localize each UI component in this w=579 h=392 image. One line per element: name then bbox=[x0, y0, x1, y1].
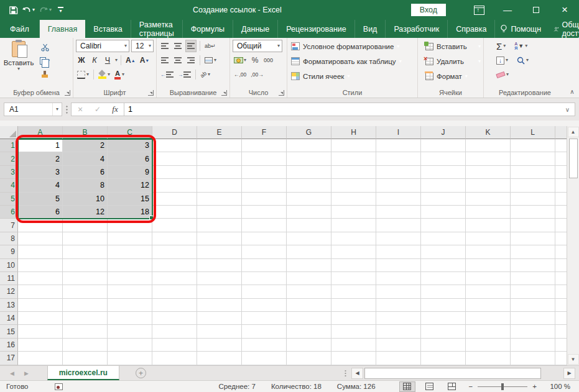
cell-D17[interactable] bbox=[152, 352, 197, 365]
decrease-decimal-button[interactable]: ,00→ bbox=[249, 68, 264, 81]
autosum-button[interactable]: Σ▾ bbox=[495, 40, 507, 52]
cell-C4[interactable]: 12 bbox=[108, 179, 152, 192]
font-dialog-launcher[interactable] bbox=[148, 90, 154, 96]
cell-H5[interactable] bbox=[331, 193, 376, 206]
cell-H1[interactable] bbox=[331, 139, 376, 152]
cell-J2[interactable] bbox=[421, 152, 466, 165]
cell-L11[interactable] bbox=[511, 272, 555, 285]
cell-J15[interactable] bbox=[421, 325, 466, 338]
page-break-view-button[interactable] bbox=[444, 381, 460, 392]
cell-D5[interactable] bbox=[152, 193, 197, 206]
cell-L16[interactable] bbox=[511, 339, 555, 352]
tab-6[interactable]: Рецензирование bbox=[278, 20, 355, 38]
fill-color-button[interactable]: ▾ bbox=[97, 68, 111, 81]
align-middle-button[interactable] bbox=[172, 40, 183, 52]
zoom-level[interactable]: 100 % bbox=[544, 383, 570, 390]
cell-H14[interactable] bbox=[331, 312, 376, 325]
font-size-combo[interactable]: 12▾ bbox=[131, 40, 154, 52]
cell-H9[interactable] bbox=[331, 245, 376, 258]
cell-E17[interactable] bbox=[197, 352, 242, 365]
column-header-D[interactable]: D bbox=[152, 126, 197, 139]
comma-style-button[interactable]: 000 bbox=[262, 54, 274, 66]
cell-B17[interactable] bbox=[63, 352, 108, 365]
cell-D2[interactable] bbox=[152, 152, 197, 165]
cell-H4[interactable] bbox=[331, 179, 376, 192]
tab-0[interactable]: Файл bbox=[0, 20, 40, 38]
font-color-button[interactable]: А▾ bbox=[113, 68, 126, 81]
cell-D10[interactable] bbox=[152, 259, 197, 272]
zoom-slider[interactable] bbox=[478, 386, 527, 387]
cell-A14[interactable] bbox=[18, 312, 63, 325]
previous-sheet-button[interactable]: ◀ bbox=[10, 370, 14, 376]
cell-D9[interactable] bbox=[152, 245, 197, 258]
cell-H3[interactable] bbox=[331, 166, 376, 179]
cell-A8[interactable] bbox=[18, 232, 63, 245]
cell-D11[interactable] bbox=[152, 272, 197, 285]
cell-C17[interactable] bbox=[108, 352, 152, 365]
row-header-5[interactable]: 5 bbox=[0, 193, 18, 206]
cell-C1[interactable]: 3 bbox=[108, 139, 152, 152]
cell-I5[interactable] bbox=[376, 193, 421, 206]
row-header-17[interactable]: 17 bbox=[0, 352, 18, 365]
cell-B10[interactable] bbox=[63, 259, 108, 272]
cell-B11[interactable] bbox=[63, 272, 108, 285]
cell-C16[interactable] bbox=[108, 339, 152, 352]
cell-B4[interactable]: 8 bbox=[63, 179, 108, 192]
cell-J14[interactable] bbox=[421, 312, 466, 325]
cancel-entry-button[interactable]: × bbox=[72, 104, 89, 114]
close-button[interactable]: × bbox=[550, 0, 579, 20]
cell-F17[interactable] bbox=[242, 352, 287, 365]
clipboard-dialog-launcher[interactable] bbox=[65, 90, 70, 96]
cell-K7[interactable] bbox=[466, 219, 511, 232]
number-format-combo[interactable]: Общий▾ bbox=[233, 40, 282, 52]
horizontal-scrollbar[interactable] bbox=[364, 368, 562, 379]
format-painter-button[interactable] bbox=[39, 68, 51, 81]
customize-qat-button[interactable]: ▾ bbox=[58, 7, 63, 14]
tab-3[interactable]: Разметка страницы bbox=[131, 20, 183, 38]
macro-record-button[interactable] bbox=[55, 383, 63, 390]
cell-H13[interactable] bbox=[331, 299, 376, 312]
row-header-3[interactable]: 3 bbox=[0, 166, 18, 179]
alignment-dialog-launcher[interactable] bbox=[221, 90, 227, 96]
cell-G16[interactable] bbox=[287, 339, 331, 352]
percent-style-button[interactable]: % bbox=[249, 54, 261, 66]
cell-F5[interactable] bbox=[242, 193, 287, 206]
cell-H12[interactable] bbox=[331, 285, 376, 298]
hscroll-splitter[interactable] bbox=[340, 366, 351, 380]
cell-A15[interactable] bbox=[18, 325, 63, 338]
cell-B5[interactable]: 10 bbox=[63, 193, 108, 206]
decrease-font-button[interactable]: А▼ bbox=[139, 54, 151, 66]
cell-C7[interactable] bbox=[108, 219, 152, 232]
cell-J3[interactable] bbox=[421, 166, 466, 179]
cell-L1[interactable] bbox=[511, 139, 555, 152]
cell-I8[interactable] bbox=[376, 232, 421, 245]
save-button[interactable] bbox=[9, 6, 18, 15]
cell-E1[interactable] bbox=[197, 139, 242, 152]
increase-indent-button[interactable]: → bbox=[177, 68, 192, 81]
copy-button[interactable]: ▾ bbox=[39, 55, 51, 67]
minimize-button[interactable]: — bbox=[493, 0, 522, 20]
decrease-indent-button[interactable]: ← bbox=[159, 68, 175, 81]
cell-L8[interactable] bbox=[511, 232, 555, 245]
tab-2[interactable]: Вставка bbox=[85, 20, 131, 38]
cell-D1[interactable] bbox=[152, 139, 197, 152]
cell-J5[interactable] bbox=[421, 193, 466, 206]
cut-button[interactable] bbox=[39, 41, 51, 53]
row-header-7[interactable]: 7 bbox=[0, 219, 18, 232]
borders-button[interactable]: ▾ bbox=[76, 68, 90, 81]
paste-button[interactable]: Вставить ▾ bbox=[2, 40, 35, 86]
cell-F13[interactable] bbox=[242, 299, 287, 312]
cell-E2[interactable] bbox=[197, 152, 242, 165]
cell-L12[interactable] bbox=[511, 285, 555, 298]
cell-I3[interactable] bbox=[376, 166, 421, 179]
cell-C10[interactable] bbox=[108, 259, 152, 272]
help-assistant-button[interactable]: Помощн bbox=[495, 24, 546, 34]
cell-G8[interactable] bbox=[287, 232, 331, 245]
cell-D12[interactable] bbox=[152, 285, 197, 298]
cell-I14[interactable] bbox=[376, 312, 421, 325]
cell-L5[interactable] bbox=[511, 193, 555, 206]
column-header-L[interactable]: L bbox=[511, 126, 555, 139]
cell-K12[interactable] bbox=[466, 285, 511, 298]
cell-G7[interactable] bbox=[287, 219, 331, 232]
zoom-slider-thumb[interactable] bbox=[501, 383, 504, 390]
